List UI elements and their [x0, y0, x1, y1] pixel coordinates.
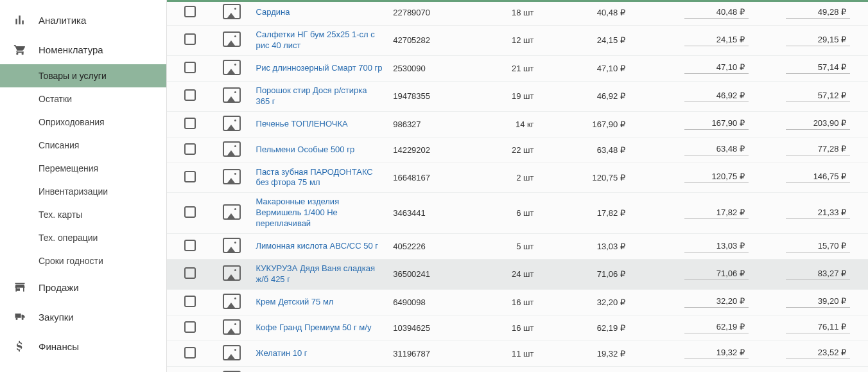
row-checkbox[interactable] — [184, 321, 196, 333]
sidebar-subitem[interactable]: Сроки годности — [0, 249, 166, 272]
row-checkbox[interactable] — [184, 206, 196, 218]
price-1: 120,75 ₽ — [548, 163, 639, 193]
sidebar-subitem[interactable]: Тех. операции — [0, 226, 166, 249]
price-1: 32,20 ₽ — [548, 289, 639, 315]
price-3[interactable]: 203,90 ₽ — [754, 111, 868, 137]
product-name-link[interactable]: Паста зубная ПАРОДОНТАКС без фтора 75 мл — [256, 167, 373, 188]
price-3[interactable]: 57,12 ₽ — [754, 81, 868, 111]
price-2[interactable]: 13,03 ₽ — [639, 234, 754, 260]
sidebar-subitem[interactable]: Тех. карты — [0, 203, 166, 226]
price-2[interactable]: 46,92 ₽ — [639, 81, 754, 111]
nav-nomenclature[interactable]: Номенклатура — [0, 35, 166, 64]
sidebar-subitem[interactable]: Товары и услуги — [0, 64, 166, 87]
price-3[interactable]: 57,14 ₽ — [754, 55, 868, 81]
image-placeholder-icon[interactable] — [223, 345, 241, 360]
sidebar-subitem[interactable]: Остатки — [0, 87, 166, 111]
image-placeholder-icon[interactable] — [223, 265, 241, 281]
row-checkbox[interactable] — [184, 171, 196, 182]
image-placeholder-icon[interactable] — [223, 294, 241, 309]
table-row: Лимонная кислота ABC/CC 50 г40522265 шт1… — [167, 234, 868, 260]
price-2[interactable]: 28,98 ₽ — [639, 366, 754, 372]
price-3[interactable]: 76,11 ₽ — [754, 315, 868, 341]
price-2[interactable]: 167,90 ₽ — [639, 111, 754, 137]
nav-sales[interactable]: Продажи — [0, 272, 166, 302]
sidebar-subitem[interactable]: Списания — [0, 134, 166, 157]
image-placeholder-icon[interactable] — [223, 116, 241, 131]
row-checkbox[interactable] — [184, 33, 196, 45]
price-3[interactable]: 23,52 ₽ — [754, 341, 868, 366]
price-2[interactable]: 71,06 ₽ — [639, 260, 754, 290]
product-name-link[interactable]: Желатин 10 г — [256, 348, 308, 358]
product-name-link[interactable]: Печенье ТОПЛЕНОЧКА — [256, 119, 348, 128]
image-placeholder-icon[interactable] — [223, 60, 241, 75]
price-3[interactable]: 77,28 ₽ — [754, 137, 868, 163]
price-2[interactable]: 32,20 ₽ — [639, 289, 754, 315]
table-row: Макаронные изделия Вермишель 1/400 Не пе… — [167, 193, 868, 234]
sidebar-subitem[interactable]: Инвентаризации — [0, 180, 166, 203]
product-qty: 11 шт — [472, 341, 548, 366]
product-code: 31196787 — [388, 341, 472, 366]
product-qty: 12 шт — [472, 26, 548, 56]
row-checkbox[interactable] — [184, 143, 196, 155]
price-1: 19,32 ₽ — [548, 341, 639, 366]
price-1: 71,06 ₽ — [548, 260, 639, 290]
image-placeholder-icon[interactable] — [223, 169, 241, 184]
image-placeholder-icon[interactable] — [223, 4, 241, 19]
product-name-link[interactable]: Сардина — [256, 7, 290, 17]
price-2[interactable]: 40,48 ₽ — [639, 0, 754, 26]
sidebar-subitem[interactable]: Перемещения — [0, 157, 166, 180]
price-1: 28,98 ₽ — [548, 366, 639, 372]
image-placeholder-icon[interactable] — [223, 204, 241, 220]
row-checkbox[interactable] — [184, 118, 196, 129]
nav-analytics[interactable]: Аналитика — [0, 5, 166, 35]
product-name-link[interactable]: КУКУРУЗА Дядя Ваня сладкая ж/б 425 г — [256, 263, 375, 284]
product-code: 22789070 — [388, 0, 472, 26]
row-checkbox[interactable] — [184, 240, 196, 251]
price-2[interactable]: 24,15 ₽ — [639, 26, 754, 56]
table-row: Пельмени Особые 500 гр1422920222 шт63,48… — [167, 137, 868, 163]
row-checkbox[interactable] — [184, 296, 196, 307]
row-checkbox[interactable] — [184, 6, 196, 17]
price-3[interactable]: 39,20 ₽ — [754, 289, 868, 315]
price-3[interactable]: 146,75 ₽ — [754, 163, 868, 193]
price-2[interactable]: 63,48 ₽ — [639, 137, 754, 163]
nav-purchases[interactable]: Закупки — [0, 302, 166, 332]
image-placeholder-icon[interactable] — [223, 319, 241, 335]
price-3[interactable]: 15,70 ₽ — [754, 234, 868, 260]
row-checkbox[interactable] — [184, 267, 196, 279]
price-2[interactable]: 47,10 ₽ — [639, 55, 754, 81]
price-3[interactable]: 49,28 ₽ — [754, 0, 868, 26]
image-placeholder-icon[interactable] — [223, 31, 241, 47]
product-code: 2530090 — [388, 55, 472, 81]
product-name-link[interactable]: Салфетки НГ бум 25х25 1-сл с рис 40 лист — [256, 30, 375, 50]
product-name-link[interactable]: Крем Детский 75 мл — [256, 297, 334, 306]
product-name-link[interactable]: Лимонная кислота ABC/CC 50 г — [256, 241, 379, 251]
price-1: 63,48 ₽ — [548, 137, 639, 163]
price-1: 167,90 ₽ — [548, 111, 639, 137]
product-name-link[interactable]: Рис длиннозерный Смарт 700 гр — [256, 63, 383, 73]
price-2[interactable]: 19,32 ₽ — [639, 341, 754, 366]
row-checkbox[interactable] — [184, 62, 196, 73]
price-1: 17,82 ₽ — [548, 193, 639, 234]
row-checkbox[interactable] — [184, 347, 196, 359]
sidebar-subitem[interactable]: Оприходования — [0, 111, 166, 134]
image-placeholder-icon[interactable] — [223, 141, 241, 157]
dollar-icon — [13, 339, 27, 353]
price-2[interactable]: 62,19 ₽ — [639, 315, 754, 341]
price-3[interactable]: 21,33 ₽ — [754, 193, 868, 234]
price-3[interactable]: 83,27 ₽ — [754, 260, 868, 290]
row-checkbox[interactable] — [184, 89, 196, 101]
product-name-link[interactable]: Макаронные изделия Вермишель 1/400 Не пе… — [256, 197, 340, 228]
price-2[interactable]: 120,75 ₽ — [639, 163, 754, 193]
product-name-link[interactable]: Порошок стир Дося р/стирка 365 г — [256, 85, 367, 106]
price-3[interactable]: 34,78 ₽ — [754, 366, 868, 372]
image-placeholder-icon[interactable] — [223, 238, 241, 253]
product-code: 19478355 — [388, 81, 472, 111]
nav-finance[interactable]: Финансы — [0, 332, 166, 361]
price-2[interactable]: 17,82 ₽ — [639, 193, 754, 234]
price-3[interactable]: 29,15 ₽ — [754, 26, 868, 56]
product-name-link[interactable]: Кофе Гранд Премиум 50 г м/у — [256, 323, 372, 332]
image-placeholder-icon[interactable] — [223, 87, 241, 103]
product-name-link[interactable]: Пельмени Особые 500 гр — [256, 145, 355, 154]
sidebar: Аналитика Номенклатура Товары и услугиОс… — [0, 0, 167, 372]
